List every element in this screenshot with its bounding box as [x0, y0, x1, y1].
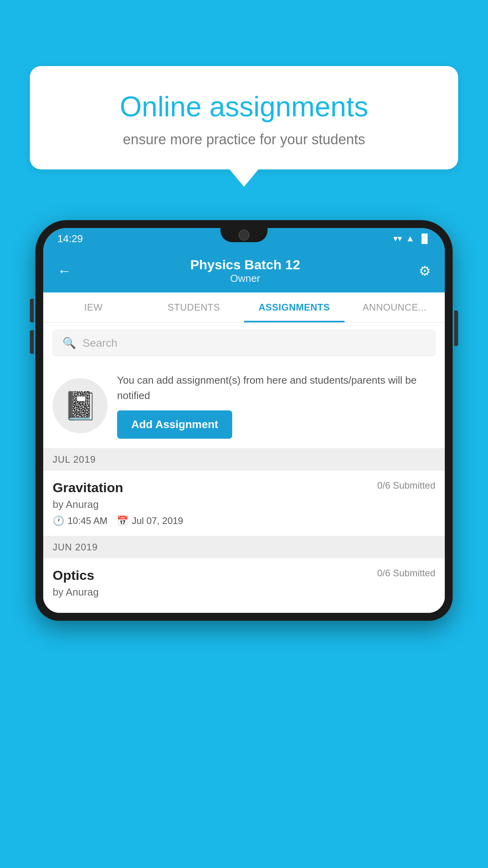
search-bar: 🔍 Search — [43, 323, 445, 363]
assignment-by-optics: by Anurag — [53, 586, 435, 598]
assignment-item-gravitation[interactable]: Gravitation 0/6 Submitted by Anurag 🕐 10… — [43, 471, 445, 536]
back-button[interactable]: ← — [57, 263, 72, 279]
app-header: ← Physics Batch 12 Owner ⚙ — [43, 249, 445, 292]
assignment-submitted: 0/6 Submitted — [377, 480, 435, 491]
volume-up-button[interactable] — [30, 299, 34, 322]
status-time: 14:29 — [57, 233, 83, 245]
bubble-title: Online assignments — [57, 90, 431, 123]
header-title: Physics Batch 12 — [190, 257, 300, 272]
assignment-top-row: Gravitation 0/6 Submitted — [53, 480, 435, 495]
meta-time: 🕐 10:45 AM — [53, 515, 107, 526]
assignment-submitted-optics: 0/6 Submitted — [377, 568, 435, 579]
battery-icon: ▐▌ — [418, 234, 431, 244]
notebook-icon: 📓 — [63, 390, 97, 422]
signal-icon: ▲ — [406, 234, 415, 244]
promo-icon-circle: 📓 — [53, 378, 108, 433]
header-title-group: Physics Batch 12 Owner — [190, 257, 300, 285]
phone-notch — [220, 228, 268, 242]
add-assignment-promo: 📓 You can add assignment(s) from here an… — [43, 363, 445, 449]
tabs-bar: IEW STUDENTS ASSIGNMENTS ANNOUNCE... — [43, 292, 445, 323]
assignment-time: 10:45 AM — [68, 515, 107, 526]
search-icon: 🔍 — [62, 337, 76, 349]
phone-camera — [238, 230, 250, 241]
section-header-jun: JUN 2019 — [43, 536, 445, 558]
tab-iew[interactable]: IEW — [43, 292, 144, 322]
power-button[interactable] — [454, 311, 458, 346]
assignment-by: by Anurag — [53, 498, 435, 511]
bubble-subtitle: ensure more practice for your students — [57, 131, 431, 148]
volume-down-button[interactable] — [30, 330, 34, 354]
assignment-name: Gravitation — [53, 480, 123, 495]
assignment-date: Jul 07, 2019 — [132, 515, 183, 526]
meta-date: 📅 Jul 07, 2019 — [117, 515, 183, 526]
tab-students[interactable]: STUDENTS — [144, 292, 244, 322]
assignment-meta: 🕐 10:45 AM 📅 Jul 07, 2019 — [53, 515, 435, 526]
speech-bubble-container: Online assignments ensure more practice … — [30, 66, 458, 169]
phone-screen: 14:29 ▾▾ ▲ ▐▌ ← Physics Batch 12 Owner ⚙… — [43, 228, 445, 613]
search-placeholder: Search — [83, 337, 117, 349]
speech-bubble: Online assignments ensure more practice … — [30, 66, 458, 169]
calendar-icon: 📅 — [117, 515, 128, 526]
promo-text: You can add assignment(s) from here and … — [117, 373, 435, 403]
wifi-icon: ▾▾ — [393, 234, 402, 244]
tab-announcements[interactable]: ANNOUNCE... — [345, 292, 445, 322]
phone-frame: 14:29 ▾▾ ▲ ▐▌ ← Physics Batch 12 Owner ⚙… — [35, 220, 453, 868]
header-subtitle: Owner — [190, 272, 300, 285]
phone-outer: 14:29 ▾▾ ▲ ▐▌ ← Physics Batch 12 Owner ⚙… — [35, 220, 453, 621]
status-icons: ▾▾ ▲ ▐▌ — [393, 234, 431, 244]
section-header-jul: JUL 2019 — [43, 449, 445, 471]
promo-right: You can add assignment(s) from here and … — [117, 373, 435, 439]
tab-assignments[interactable]: ASSIGNMENTS — [244, 292, 345, 322]
add-assignment-button[interactable]: Add Assignment — [117, 410, 232, 439]
assignment-name-optics: Optics — [53, 568, 94, 583]
assignment-item-optics[interactable]: Optics 0/6 Submitted by Anurag — [43, 558, 445, 613]
assignment-top-row-optics: Optics 0/6 Submitted — [53, 568, 435, 583]
clock-icon: 🕐 — [53, 515, 64, 526]
content-area: 🔍 Search 📓 You can add assignment(s) fro… — [43, 323, 445, 613]
search-input-wrap[interactable]: 🔍 Search — [53, 330, 435, 356]
settings-icon[interactable]: ⚙ — [419, 263, 431, 279]
